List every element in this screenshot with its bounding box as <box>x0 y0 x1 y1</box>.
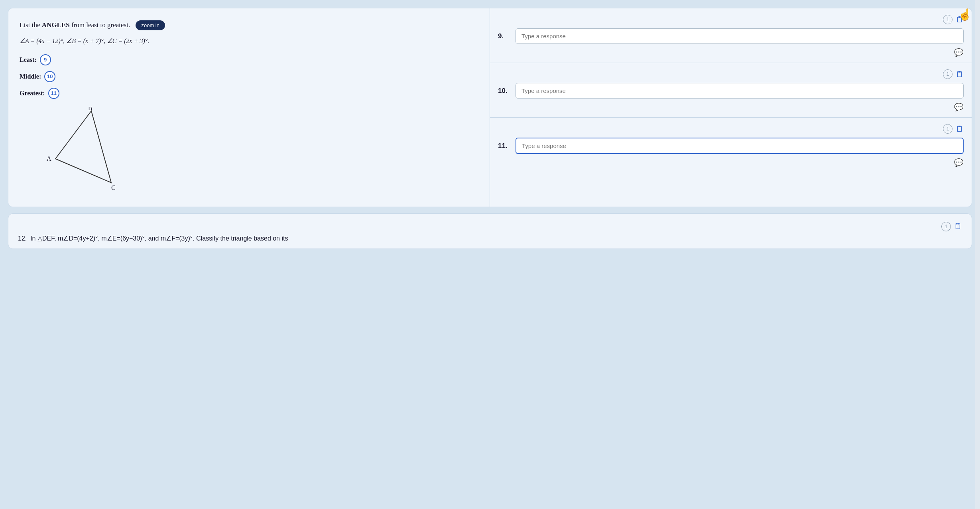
bottom-card-top: 1 🗒 <box>18 222 962 231</box>
q9-badge: 1 <box>943 15 952 24</box>
least-label-row: Least: 9 <box>20 54 478 65</box>
zoom-in-button[interactable]: zoom in <box>136 20 165 30</box>
left-panel: List the ANGLES from least to greatest. … <box>8 8 490 207</box>
question-row-11: 1 🗒 11. 💬 <box>490 118 972 173</box>
q9-chat-icon[interactable]: 💬 <box>954 48 964 57</box>
greatest-badge: 11 <box>48 88 59 99</box>
q11-chat-icon[interactable]: 💬 <box>954 158 964 167</box>
q12-badge: 1 <box>941 222 951 231</box>
q10-main-row: 10. <box>498 83 964 99</box>
cursor-icon: ☝ <box>958 8 972 21</box>
scrollbar[interactable] <box>975 0 980 509</box>
middle-label: Middle: <box>20 73 41 80</box>
q9-label: 9. <box>498 32 510 40</box>
bottom-card: 1 🗒 12. In △DEF, m∠D=(4y+2)°, m∠E=(6y−30… <box>8 213 972 249</box>
q9-input[interactable] <box>516 28 964 44</box>
q10-chat-icon[interactable]: 💬 <box>954 103 964 112</box>
right-panel: 1 🗒 9. 💬 1 🗒 10. 💬 <box>490 8 972 207</box>
greatest-label-row: Greatest: 11 <box>20 88 478 99</box>
q11-badge: 1 <box>943 124 952 134</box>
q10-badge: 1 <box>943 69 952 79</box>
q11-bottom-row: 💬 <box>498 158 964 167</box>
q10-input[interactable] <box>516 83 964 99</box>
svg-text:B: B <box>88 107 92 111</box>
svg-text:A: A <box>47 155 51 162</box>
title-prefix: List the <box>20 21 42 29</box>
q9-top-row: 1 🗒 <box>498 15 964 24</box>
labels-section: Least: 9 Middle: 10 Greatest: 11 <box>20 54 478 99</box>
q11-top-row: 1 🗒 <box>498 124 964 134</box>
middle-badge: 10 <box>44 71 55 82</box>
q10-label: 10. <box>498 87 510 95</box>
title-suffix: from least to greatest. <box>70 21 130 29</box>
greatest-label: Greatest: <box>20 90 45 97</box>
q12-label: 12. <box>18 235 30 242</box>
triangle-svg: B A C <box>43 107 131 199</box>
q11-doc-icon[interactable]: 🗒 <box>956 124 964 134</box>
least-badge: 9 <box>40 54 51 65</box>
q12-text: 12. In △DEF, m∠D=(4y+2)°, m∠E=(6y−30)°, … <box>18 235 962 242</box>
q11-main-row: 11. <box>498 138 964 154</box>
main-card: List the ANGLES from least to greatest. … <box>8 8 972 207</box>
triangle-diagram: B A C <box>43 107 131 195</box>
svg-marker-0 <box>55 111 111 183</box>
q11-input[interactable] <box>516 138 964 154</box>
q9-bottom-row: 💬 <box>498 48 964 57</box>
question-title: List the ANGLES from least to greatest. … <box>20 20 478 30</box>
svg-text:C: C <box>111 184 116 191</box>
least-label: Least: <box>20 56 37 63</box>
q10-top-row: 1 🗒 <box>498 69 964 79</box>
angle-equation: ∠A = (4x − 12)°, ∠B = (x + 7)°, ∠C = (2x… <box>20 36 478 46</box>
question-row-9: 1 🗒 9. 💬 <box>490 8 972 63</box>
q10-bottom-row: 💬 <box>498 103 964 112</box>
question-row-10: 1 🗒 10. 💬 <box>490 63 972 118</box>
q11-label: 11. <box>498 142 510 150</box>
q9-main-row: 9. <box>498 28 964 44</box>
title-bold: ANGLES <box>42 21 70 29</box>
middle-label-row: Middle: 10 <box>20 71 478 82</box>
q10-doc-icon[interactable]: 🗒 <box>956 70 964 79</box>
q12-doc-icon[interactable]: 🗒 <box>954 222 962 231</box>
q12-content: In △DEF, m∠D=(4y+2)°, m∠E=(6y−30)°, and … <box>30 235 288 242</box>
